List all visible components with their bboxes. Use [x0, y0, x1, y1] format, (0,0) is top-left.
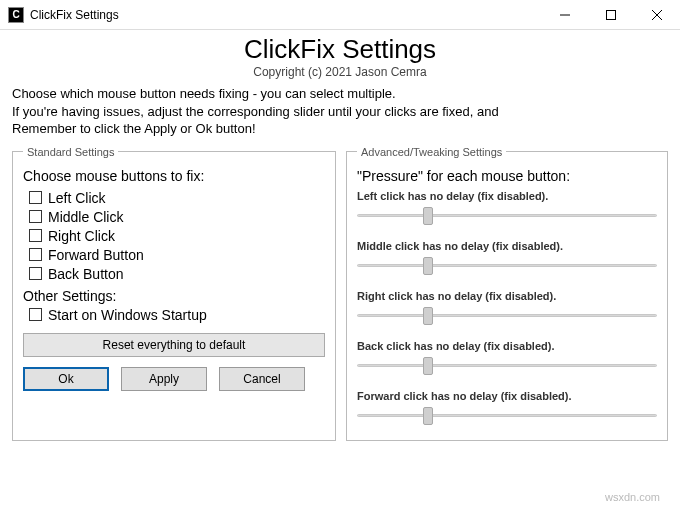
checkbox-label: Left Click — [48, 190, 106, 206]
content-area: ClickFix Settings Copyright (c) 2021 Jas… — [0, 30, 680, 441]
slider-thumb-icon — [423, 357, 433, 375]
slider-label: Back click has no delay (fix disabled). — [357, 340, 657, 352]
advanced-legend: Advanced/Tweaking Settings — [357, 146, 506, 158]
page-title: ClickFix Settings — [12, 34, 668, 65]
intro-line-2: If you're having issues, adjust the corr… — [12, 104, 499, 119]
other-settings-label: Other Settings: — [23, 288, 325, 304]
checkbox-right-click-row[interactable]: Right Click — [29, 228, 325, 244]
slider-rail — [357, 414, 657, 417]
slider-label: Left click has no delay (fix disabled). — [357, 190, 657, 202]
titlebar: C ClickFix Settings — [0, 0, 680, 30]
slider-left[interactable] — [357, 206, 657, 226]
advanced-settings-group: Advanced/Tweaking Settings "Pressure" fo… — [346, 146, 668, 441]
minimize-icon — [560, 10, 570, 20]
slider-forward-click: Forward click has no delay (fix disabled… — [357, 390, 657, 426]
slider-middle-click: Middle click has no delay (fix disabled)… — [357, 240, 657, 276]
checkbox-label: Forward Button — [48, 247, 144, 263]
intro-text: Choose which mouse button needs fixing -… — [12, 85, 668, 138]
maximize-icon — [606, 10, 616, 20]
slider-rail — [357, 314, 657, 317]
app-icon: C — [8, 7, 24, 23]
slider-back[interactable] — [357, 356, 657, 376]
checkbox-left-click-row[interactable]: Left Click — [29, 190, 325, 206]
checkbox-label: Start on Windows Startup — [48, 307, 207, 323]
slider-forward[interactable] — [357, 406, 657, 426]
cancel-button[interactable]: Cancel — [219, 367, 305, 391]
choose-buttons-label: Choose mouse buttons to fix: — [23, 168, 325, 184]
checkbox-icon — [29, 229, 42, 242]
slider-thumb-icon — [423, 307, 433, 325]
slider-middle[interactable] — [357, 256, 657, 276]
checkbox-back-button-row[interactable]: Back Button — [29, 266, 325, 282]
slider-label: Right click has no delay (fix disabled). — [357, 290, 657, 302]
intro-line-1: Choose which mouse button needs fixing -… — [12, 86, 396, 101]
window-title: ClickFix Settings — [30, 8, 119, 22]
slider-back-click: Back click has no delay (fix disabled). — [357, 340, 657, 376]
standard-settings-group: Standard Settings Choose mouse buttons t… — [12, 146, 336, 441]
standard-legend: Standard Settings — [23, 146, 118, 158]
slider-left-click: Left click has no delay (fix disabled). — [357, 190, 657, 226]
intro-line-3: Remember to click the Apply or Ok button… — [12, 121, 256, 136]
watermark-text: wsxdn.com — [605, 491, 660, 503]
checkbox-forward-button-row[interactable]: Forward Button — [29, 247, 325, 263]
close-icon — [652, 10, 662, 20]
svg-rect-1 — [607, 10, 616, 19]
slider-right[interactable] — [357, 306, 657, 326]
checkbox-icon — [29, 248, 42, 261]
reset-button[interactable]: Reset everything to default — [23, 333, 325, 357]
checkbox-icon — [29, 191, 42, 204]
slider-rail — [357, 264, 657, 267]
copyright-text: Copyright (c) 2021 Jason Cemra — [12, 65, 668, 79]
ok-button[interactable]: Ok — [23, 367, 109, 391]
checkbox-label: Right Click — [48, 228, 115, 244]
checkbox-startup-row[interactable]: Start on Windows Startup — [29, 307, 325, 323]
slider-thumb-icon — [423, 207, 433, 225]
slider-label: Forward click has no delay (fix disabled… — [357, 390, 657, 402]
slider-rail — [357, 214, 657, 217]
slider-right-click: Right click has no delay (fix disabled). — [357, 290, 657, 326]
minimize-button[interactable] — [542, 0, 588, 30]
slider-label: Middle click has no delay (fix disabled)… — [357, 240, 657, 252]
pressure-label: "Pressure" for each mouse button: — [357, 168, 657, 184]
checkbox-icon — [29, 210, 42, 223]
apply-button[interactable]: Apply — [121, 367, 207, 391]
maximize-button[interactable] — [588, 0, 634, 30]
slider-thumb-icon — [423, 257, 433, 275]
checkbox-label: Back Button — [48, 266, 124, 282]
close-button[interactable] — [634, 0, 680, 30]
checkbox-label: Middle Click — [48, 209, 123, 225]
slider-thumb-icon — [423, 407, 433, 425]
checkbox-icon — [29, 267, 42, 280]
checkbox-icon — [29, 308, 42, 321]
dialog-buttons: Ok Apply Cancel — [23, 367, 325, 391]
checkbox-middle-click-row[interactable]: Middle Click — [29, 209, 325, 225]
slider-rail — [357, 364, 657, 367]
